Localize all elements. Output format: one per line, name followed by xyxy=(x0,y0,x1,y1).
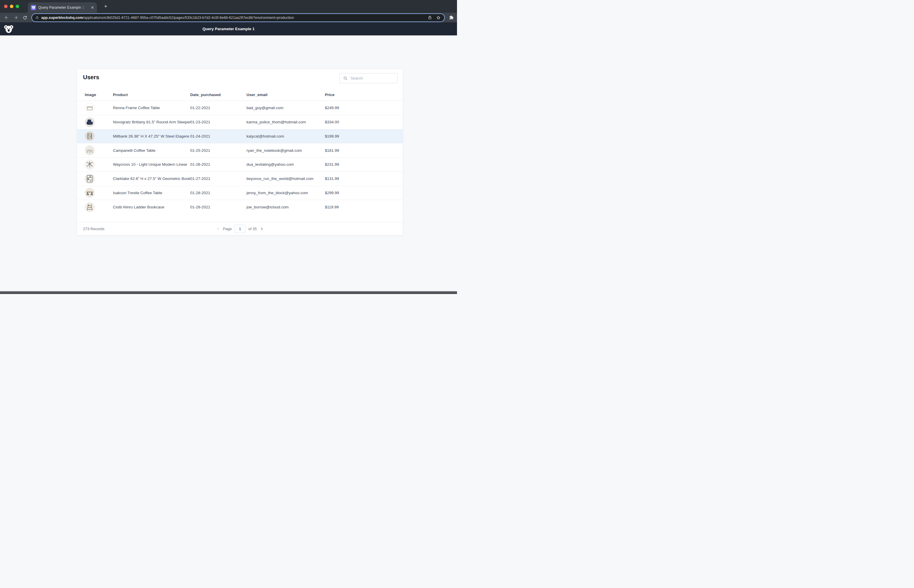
price-cell: $249.99 xyxy=(325,106,403,110)
table-row[interactable]: Ciotti Alinru Ladder Bookcase 01-28-2021… xyxy=(77,200,403,214)
date-purchased-cell: 01-22-2021 xyxy=(190,106,246,110)
table-row[interactable]: Millbank 26.38" H X 47.25" W Steel Etage… xyxy=(77,129,403,144)
user-email-cell: joe_burrow@icloud.com xyxy=(246,205,325,209)
window-controls xyxy=(4,5,19,8)
column-header-price[interactable]: Price xyxy=(325,92,403,97)
table-row[interactable]: Novogratz Brittany 81.5" Round Arm Sleep… xyxy=(77,115,403,129)
user-email-cell: bad_guy@gmail.com xyxy=(246,106,325,110)
product-cell: Clarklake 62.6" H x 27.5" W Geometric Bo… xyxy=(113,176,190,181)
user-email-cell: katycat@hotmail.com xyxy=(246,134,325,139)
date-purchased-cell: 01-28-2021 xyxy=(190,191,246,195)
column-header-image[interactable]: Image xyxy=(85,92,113,97)
product-cell: Waycross 10 - Light Unique Modern Linear xyxy=(113,162,190,166)
price-cell: $231.99 xyxy=(325,162,403,166)
price-cell: $199.99 xyxy=(325,134,403,139)
etagere-thumbnail xyxy=(85,131,95,141)
product-cell: Millbank 26.38" H X 47.25" W Steel Etage… xyxy=(113,134,190,139)
column-header-user-email[interactable]: User_email xyxy=(246,92,325,97)
koala-favicon-icon xyxy=(31,5,36,10)
date-purchased-cell: 01-26-2021 xyxy=(190,162,246,166)
minimize-window-button[interactable] xyxy=(10,5,13,8)
zoom-window-button[interactable] xyxy=(16,5,19,8)
coffee-table-thumbnail xyxy=(85,145,95,155)
product-cell: Ciotti Alinru Ladder Bookcase xyxy=(113,205,190,209)
price-cell: $131.99 xyxy=(325,176,403,181)
product-cell: Renna Frame Coffee Table xyxy=(113,106,190,110)
page-label: Page xyxy=(223,227,232,231)
browser-tab[interactable]: Query Parameter Example 1 - S ✕ xyxy=(28,2,97,13)
screen-bottom-edge xyxy=(0,291,457,294)
new-tab-button[interactable]: + xyxy=(102,3,109,10)
page-title: Query Parameter Example 1 xyxy=(202,27,254,31)
column-header-product[interactable]: Product xyxy=(113,92,190,97)
close-window-button[interactable] xyxy=(4,5,8,8)
table-row[interactable]: Renna Frame Coffee Table 01-22-2021 bad_… xyxy=(77,101,403,115)
address-bar[interactable]: app.superblockshq.com/applications/e3b02… xyxy=(32,14,444,21)
records-count: 273 Records xyxy=(83,227,105,231)
lock-icon xyxy=(36,16,39,19)
pagination: Page of 35 xyxy=(216,225,264,233)
date-purchased-cell: 01-23-2021 xyxy=(190,120,246,124)
price-cell: $334.00 xyxy=(325,120,403,124)
geometric-bookcase-thumbnail xyxy=(85,174,95,184)
ladder-bookcase-thumbnail xyxy=(85,202,95,212)
table-row[interactable]: Waycross 10 - Light Unique Modern Linear… xyxy=(77,158,403,172)
search-input[interactable] xyxy=(351,76,394,81)
armchair-thumbnail xyxy=(85,117,95,127)
url-path: /applications/e3b025d1-6721-4687-955a-c0… xyxy=(83,16,294,20)
date-purchased-cell: 01-25-2021 xyxy=(190,148,246,153)
price-cell: $119.99 xyxy=(325,205,403,209)
table-row[interactable]: Clarklake 62.6" H x 27.5" W Geometric Bo… xyxy=(77,172,403,186)
app-canvas: Users Image Product Date_purchased User_… xyxy=(0,36,457,291)
reload-icon[interactable] xyxy=(21,14,28,21)
search-icon xyxy=(343,76,348,81)
previous-page-icon[interactable] xyxy=(216,227,220,231)
table-footer: 273 Records Page of 35 xyxy=(77,222,403,235)
browser-tab-strip: Query Parameter Example 1 - S ✕ + xyxy=(0,0,457,13)
close-tab-icon[interactable]: ✕ xyxy=(91,5,94,10)
date-purchased-cell: 01-24-2021 xyxy=(190,134,246,139)
app-header: Query Parameter Example 1 xyxy=(0,23,457,36)
user-email-cell: beyonce_run_the_world@hotmail.com xyxy=(246,176,325,181)
users-table-card: Users Image Product Date_purchased User_… xyxy=(77,69,403,235)
product-cell: Campanelli Coffee Table xyxy=(113,148,190,153)
url-text: app.superblockshq.com/applications/e3b02… xyxy=(41,16,423,20)
forward-icon[interactable] xyxy=(12,14,19,21)
table-title: Users xyxy=(83,74,99,81)
date-purchased-cell: 01-28-2021 xyxy=(190,205,246,209)
next-page-icon[interactable] xyxy=(260,227,264,231)
user-email-cell: jenny_from_the_block@yahoo.com xyxy=(246,191,325,195)
koala-logo-icon xyxy=(3,25,14,33)
table-body: Renna Frame Coffee Table 01-22-2021 bad_… xyxy=(77,101,403,214)
user-email-cell: dua_levitating@yahoo.com xyxy=(246,162,325,166)
trestle-table-thumbnail xyxy=(85,188,95,198)
price-cell: $299.99 xyxy=(325,191,403,195)
back-icon[interactable] xyxy=(3,14,10,21)
price-cell: $181.99 xyxy=(325,148,403,153)
table-header-row: Image Product Date_purchased User_email … xyxy=(77,89,403,101)
side-table-thumbnail xyxy=(85,103,95,113)
column-header-date-purchased[interactable]: Date_purchased xyxy=(190,92,246,97)
table-row[interactable]: Campanelli Coffee Table 01-25-2021 ryan_… xyxy=(77,143,403,158)
page-total-label: of 35 xyxy=(248,227,257,231)
extensions-icon[interactable] xyxy=(448,14,455,21)
bookmark-star-icon[interactable] xyxy=(436,15,441,20)
chandelier-thumbnail xyxy=(85,160,95,170)
url-domain: app.superblockshq.com xyxy=(41,16,83,20)
page-number-input[interactable] xyxy=(235,225,245,233)
user-email-cell: ryan_the_notebook@gmail.com xyxy=(246,148,325,153)
date-purchased-cell: 01-27-2021 xyxy=(190,176,246,181)
share-icon[interactable] xyxy=(428,15,432,20)
user-email-cell: karma_police_thom@hotmail.com xyxy=(246,120,325,124)
table-search-box[interactable] xyxy=(340,73,398,83)
tab-title: Query Parameter Example 1 - S xyxy=(38,5,88,10)
browser-toolbar: app.superblockshq.com/applications/e3b02… xyxy=(0,13,457,23)
table-row[interactable]: Isakson Trestle Coffee Table 01-28-2021 … xyxy=(77,186,403,200)
product-cell: Novogratz Brittany 81.5" Round Arm Sleep… xyxy=(113,120,190,124)
product-cell: Isakson Trestle Coffee Table xyxy=(113,191,190,195)
